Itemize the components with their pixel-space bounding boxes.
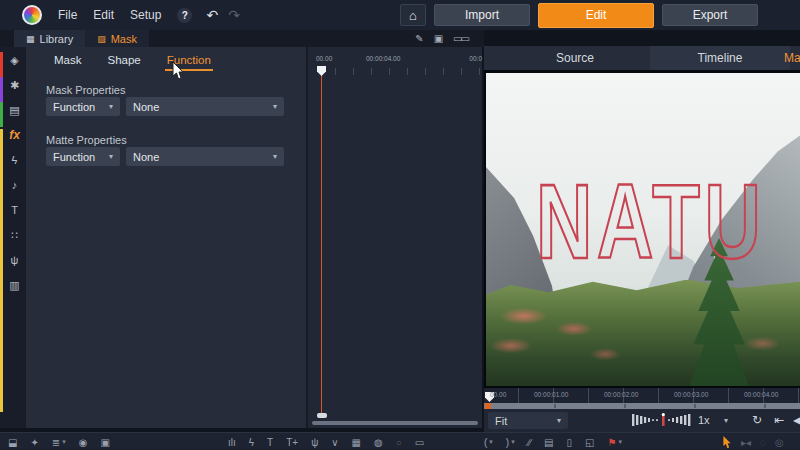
chevron-down-icon: ▾ xyxy=(273,102,277,111)
layers-icon[interactable]: ≣▾ xyxy=(52,437,66,448)
sidebar-item-audio-icon[interactable]: ♪ xyxy=(3,175,26,195)
zoom-fit-dropdown[interactable]: Fit ▾ xyxy=(488,412,568,429)
export-button[interactable]: Export xyxy=(662,4,758,26)
tab-mask-label: Mask xyxy=(111,33,137,45)
matte-function-none-dropdown[interactable]: None ▾ xyxy=(126,147,284,166)
monitor-tab-row: Source Timeline Ma xyxy=(484,46,800,70)
edge-cut-icon: ◎ xyxy=(775,437,784,448)
playback-speed-value[interactable]: 1x xyxy=(698,414,710,426)
sidebar-item-projects-icon[interactable]: ◈ xyxy=(3,50,26,70)
sidebar-item-transitions-icon[interactable]: ϟ xyxy=(3,150,26,170)
chevron-down-icon: ▾ xyxy=(273,152,277,161)
copy-icon[interactable]: ▣ xyxy=(434,33,441,44)
panel-tab-row: ▦ Library ▨ Mask ✎ ▣ ▭▭ xyxy=(0,30,484,47)
home-button[interactable]: ⌂ xyxy=(400,4,426,26)
help-icon[interactable]: ? xyxy=(177,8,192,23)
mask-timeline-ruler[interactable]: 00.00 00:00:04.00 00:0 xyxy=(308,55,484,75)
ruler-label: 00:00:02.00 xyxy=(604,391,638,398)
tab-mask[interactable]: ▨ Mask xyxy=(85,30,149,47)
left-workspace: ▦ Library ▨ Mask ✎ ▣ ▭▭ ◈ ✱ ▤ fx ϟ ♪ xyxy=(0,30,484,432)
scroll-notch xyxy=(624,404,626,408)
snapshot-icon[interactable]: ▤ xyxy=(544,437,553,448)
undo-icon[interactable]: ↶ xyxy=(206,7,218,23)
settings-icon[interactable]: ✦ xyxy=(30,437,38,448)
multicam-icon[interactable]: ▦ xyxy=(352,437,361,448)
edit-button[interactable]: Edit xyxy=(538,3,654,28)
ruler-label: 00.00 xyxy=(316,55,332,62)
sidebar-item-titles-icon[interactable]: T xyxy=(3,200,26,220)
screen-icon[interactable]: ▭ xyxy=(415,437,424,448)
sidebar-item-effects-icon[interactable]: fx xyxy=(3,125,26,145)
split-clip-icon[interactable]: ∕∕ xyxy=(528,437,531,448)
app-window: File Edit Setup ? ↶ ↷ ⌂ Import Edit Expo… xyxy=(0,0,800,450)
tab-library[interactable]: ▦ Library xyxy=(14,30,85,47)
tab-timeline[interactable]: Timeline xyxy=(650,46,790,70)
chevron-down-icon[interactable]: ▾ xyxy=(724,416,728,425)
title-plus-icon[interactable]: T+ xyxy=(286,437,298,448)
trim-out-icon[interactable]: )▾ xyxy=(506,437,515,448)
tab-library-label: Library xyxy=(40,33,74,45)
ruler-label: 00.00 xyxy=(490,391,506,398)
tab-mask-monitor[interactable]: Ma xyxy=(784,46,800,70)
edit-pencil-icon[interactable]: ✎ xyxy=(415,33,421,44)
app-logo-icon xyxy=(22,5,42,25)
export-frame-icon[interactable]: ⬓ xyxy=(8,437,17,448)
speaker-icon[interactable]: ◀ xyxy=(793,413,800,427)
playhead-end-marker[interactable] xyxy=(317,413,327,418)
marker-icon[interactable]: ⚑▾ xyxy=(607,437,621,448)
sync-icon: ◌ xyxy=(760,437,766,448)
zoom-fit-value: Fit xyxy=(495,415,507,427)
menu-file[interactable]: File xyxy=(58,8,77,22)
record-icon[interactable]: ◉ xyxy=(79,437,88,448)
sidebar-iconbar: ◈ ✱ ▤ fx ϟ ♪ T ∷ ψ ▥ xyxy=(0,47,26,428)
menu-bar: File Edit Setup ? ↶ ↷ ⌂ Import Edit Expo… xyxy=(0,0,800,30)
keyframe-icon[interactable]: ∨ xyxy=(331,437,338,448)
sidebar-item-markers-icon[interactable]: ▥ xyxy=(3,275,26,295)
preview-timeline-ruler[interactable]: 00.00 00:00:01.00 00:00:02.00 00:00:03.0… xyxy=(484,388,800,403)
video-preview[interactable]: NATU xyxy=(484,70,800,388)
dual-monitor-icon[interactable]: ▭▭ xyxy=(453,33,468,44)
import-button[interactable]: Import xyxy=(434,4,530,26)
chevron-down-icon: ▾ xyxy=(109,152,113,161)
mask-function-dropdown[interactable]: Function ▾ xyxy=(46,97,120,116)
bottom-toolbar: ⬓ ✦ ≣▾ ◉ ▣ ılı ϟ T T+ ψ ∨ ▦ ◍ ○ ▭ (▾ )▾ … xyxy=(0,432,800,450)
mask-properties-label: Mask Properties xyxy=(46,84,125,96)
trim-in-icon[interactable]: (▾ xyxy=(484,437,493,448)
audio-mixer-icon[interactable]: ılı xyxy=(228,437,236,448)
ruler-label: 00:00:03.00 xyxy=(674,391,708,398)
matte-function-none-value: None xyxy=(133,151,159,163)
mask-icon: ▨ xyxy=(97,34,106,44)
ruler-label: 00:0 xyxy=(469,55,482,62)
menu-edit[interactable]: Edit xyxy=(93,8,114,22)
duplicate-icon[interactable]: ▣ xyxy=(100,437,109,448)
redo-icon: ↷ xyxy=(228,7,240,23)
menu-setup[interactable]: Setup xyxy=(130,8,161,22)
mask-keyframe-timeline: 00.00 00:00:04.00 00:0 xyxy=(306,47,482,428)
disabled-tool-icon: ○ xyxy=(396,437,402,448)
shuttle-jog-control[interactable] xyxy=(632,413,694,427)
tab-source[interactable]: Source xyxy=(500,46,650,70)
forest-valley xyxy=(486,280,800,386)
select-tool-icon[interactable] xyxy=(722,436,732,449)
notes-icon[interactable]: ▯ xyxy=(567,437,573,448)
home-icon: ⌂ xyxy=(409,8,417,23)
mask-function-none-dropdown[interactable]: None ▾ xyxy=(126,97,284,116)
sidebar-item-templates-icon[interactable]: ∷ xyxy=(3,225,26,245)
sphere-360-icon[interactable]: ◍ xyxy=(374,437,383,448)
matte-function-dropdown[interactable]: Function ▾ xyxy=(46,147,120,166)
effects-icon[interactable]: ϟ xyxy=(249,437,254,448)
previous-frame-icon[interactable]: ⇤ xyxy=(774,413,784,427)
title-outline-text: NATU xyxy=(536,169,766,274)
chevron-down-icon: ▾ xyxy=(109,102,113,111)
title-icon[interactable]: T xyxy=(267,437,273,448)
sidebar-item-media-icon[interactable]: ▤ xyxy=(3,100,26,120)
timeline-horizontal-scrollbar[interactable] xyxy=(312,421,478,425)
media-folder-icon[interactable]: ◱ xyxy=(585,437,594,448)
loop-icon[interactable]: ↻ xyxy=(752,413,762,427)
subtab-mask[interactable]: Mask xyxy=(54,54,81,71)
sidebar-item-voice-icon[interactable]: ψ xyxy=(3,250,26,270)
subtab-shape[interactable]: Shape xyxy=(107,54,140,71)
voiceover-icon[interactable]: ψ xyxy=(311,437,318,448)
ruler-label: 00:00:01.00 xyxy=(534,391,568,398)
sidebar-item-settings-icon[interactable]: ✱ xyxy=(3,75,26,95)
